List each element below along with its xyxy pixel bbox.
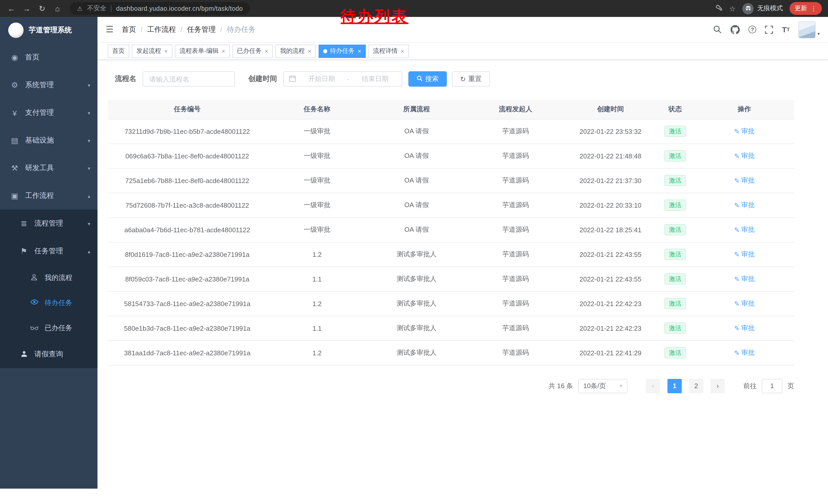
- close-icon[interactable]: ×: [401, 47, 404, 55]
- table-row: 58154733-7ac8-11ec-a9e2-a2380e71991a 1.2…: [108, 291, 794, 316]
- home-icon[interactable]: ⌂: [52, 0, 63, 17]
- cell-process: 测试多审批人: [367, 267, 466, 291]
- tabs-bar: 首页 发起流程 × 流程表单-编辑 × 已办任务 × 我的流程 ×: [97, 43, 828, 60]
- sidebar-item-leave-query[interactable]: 请假查询: [0, 340, 97, 368]
- hamburger-icon[interactable]: ☰: [106, 24, 114, 35]
- close-icon[interactable]: ×: [164, 47, 168, 55]
- reset-button[interactable]: ↻ 重置: [452, 71, 490, 87]
- dashboard-icon: ◉: [10, 53, 19, 62]
- sidebar-item-todo-task[interactable]: 待办任务: [0, 290, 97, 315]
- approve-link[interactable]: ✎审批: [734, 299, 755, 308]
- approve-link[interactable]: ✎审批: [734, 127, 755, 136]
- top-navbar: ☰ 首页 / 工作流程 / 任务管理 / 待办任务: [97, 17, 828, 43]
- sidebar-item-infrastructure[interactable]: ▤ 基础设施 ▾: [0, 127, 97, 154]
- sidebar-item-label: 首页: [25, 53, 40, 62]
- close-icon[interactable]: ×: [222, 47, 225, 55]
- sidebar-item-workflow[interactable]: ▣ 工作流程 ▴: [0, 182, 97, 210]
- fullscreen-icon[interactable]: [765, 26, 773, 34]
- prev-page-button[interactable]: ‹: [646, 379, 660, 393]
- approve-link[interactable]: ✎审批: [734, 348, 755, 357]
- approve-link[interactable]: ✎审批: [734, 200, 755, 210]
- table-row: 75d72608-7b7f-11ec-a3c8-acde48001122 一级审…: [108, 193, 794, 217]
- approve-link[interactable]: ✎审批: [734, 250, 755, 259]
- cell-status: 激活: [656, 267, 695, 291]
- menu-kebab-icon[interactable]: ⋮: [811, 5, 817, 12]
- close-icon[interactable]: ×: [308, 47, 312, 55]
- sidebar-item-home[interactable]: ◉ 首页: [0, 44, 97, 71]
- approve-link[interactable]: ✎审批: [734, 176, 755, 185]
- sidebar-item-my-process[interactable]: 我的流程: [0, 265, 97, 290]
- tab-label: 流程详情: [373, 47, 398, 55]
- reload-icon[interactable]: ↻: [37, 0, 47, 17]
- sidebar-item-payment[interactable]: ¥ 支付管理 ▾: [0, 99, 97, 127]
- font-size-icon[interactable]: TT: [782, 25, 790, 34]
- user-avatar[interactable]: ▾: [798, 21, 820, 38]
- address-bar[interactable]: ⚠ 不安全 dashboard.yudao.iocoder.cn/bpm/tas…: [70, 2, 250, 15]
- cell-task-id: 069c6a63-7b8a-11ec-8ef0-acde48001122: [108, 144, 267, 168]
- tab-process-form-edit[interactable]: 流程表单-编辑 ×: [175, 44, 230, 58]
- approve-link[interactable]: ✎审批: [734, 324, 755, 333]
- approve-label: 审批: [741, 176, 755, 185]
- next-page-button[interactable]: ›: [710, 379, 725, 393]
- cell-task-name: 1.2: [267, 291, 367, 316]
- pencil-icon: ✎: [734, 127, 740, 135]
- tab-home[interactable]: 首页: [108, 44, 129, 58]
- breadcrumb-item-workflow[interactable]: 工作流程: [147, 25, 176, 34]
- sidebar-item-task-mgmt[interactable]: ⚑ 任务管理 ▴: [0, 237, 97, 265]
- forward-icon[interactable]: →: [22, 0, 32, 17]
- chevron-down-icon: ▾: [88, 165, 90, 171]
- goto-label: 前往: [743, 381, 757, 391]
- process-name-input[interactable]: [142, 71, 235, 87]
- tab-process-detail[interactable]: 流程详情 ×: [368, 44, 409, 58]
- cell-action: ✎审批: [695, 316, 794, 340]
- breadcrumb-item-home[interactable]: 首页: [122, 25, 136, 34]
- sidebar-item-label: 已办任务: [45, 323, 72, 332]
- list-icon: ≣: [19, 219, 28, 228]
- search-button[interactable]: 搜索: [408, 71, 447, 87]
- page-size-select[interactable]: 10条/页 ▾: [578, 379, 627, 393]
- cell-created: 2022-01-21 22:43:55: [565, 267, 656, 291]
- cell-process: 测试多审批人: [367, 291, 466, 316]
- calendar-icon: [289, 75, 296, 83]
- approve-link[interactable]: ✎审批: [734, 274, 755, 283]
- sidebar-item-devtools[interactable]: ⚒ 研发工具 ▾: [0, 154, 97, 182]
- bookmark-star-icon[interactable]: ☆: [729, 4, 736, 12]
- sidebar-item-process-mgmt[interactable]: ≣ 流程管理 ▾: [0, 210, 97, 237]
- close-icon[interactable]: ×: [265, 47, 268, 55]
- back-icon[interactable]: ←: [6, 0, 16, 17]
- chevron-down-icon: ▾: [88, 110, 90, 116]
- page-button-1[interactable]: 1: [667, 379, 682, 393]
- search-icon[interactable]: [713, 25, 722, 34]
- page-button-2[interactable]: 2: [689, 379, 703, 393]
- github-icon[interactable]: [731, 25, 740, 34]
- cell-task-name: 1.1: [267, 316, 367, 340]
- cell-task-id: 725a1eb6-7b88-11ec-8ef0-acde48001122: [108, 168, 267, 193]
- approve-link[interactable]: ✎审批: [734, 151, 755, 161]
- sidebar-item-label: 支付管理: [25, 108, 54, 118]
- date-range-picker[interactable]: 开始日期 - 结束日期: [283, 71, 402, 87]
- key-icon[interactable]: [715, 4, 722, 13]
- total-count: 共 16 条: [549, 381, 573, 391]
- logo-area[interactable]: 芋道管理系统: [0, 17, 97, 44]
- cell-process: OA 请假: [367, 217, 466, 242]
- breadcrumb-item-task-mgmt[interactable]: 任务管理: [187, 25, 216, 34]
- col-initiator: 流程发起人: [466, 100, 565, 119]
- tab-todo-task-active[interactable]: 待办任务 ×: [319, 44, 366, 58]
- pencil-icon: ✎: [734, 349, 740, 357]
- cell-status: 激活: [656, 291, 695, 316]
- sidebar-item-done-task[interactable]: 已办任务: [0, 315, 97, 340]
- cell-status: 激活: [656, 217, 695, 242]
- approve-label: 审批: [741, 200, 755, 210]
- close-icon[interactable]: ×: [358, 47, 361, 55]
- sidebar-item-system[interactable]: ⚙ 系统管理 ▾: [0, 71, 97, 99]
- url-text: dashboard.yudao.iocoder.cn/bpm/task/todo: [116, 5, 243, 12]
- approve-link[interactable]: ✎审批: [734, 225, 755, 234]
- cell-created: 2022-01-21 22:42:23: [565, 291, 656, 316]
- tab-done-task[interactable]: 已办任务 ×: [233, 44, 273, 58]
- tab-label: 流程表单-编辑: [179, 47, 218, 55]
- tab-start-process[interactable]: 发起流程 ×: [132, 44, 172, 58]
- goto-page-input[interactable]: [762, 379, 782, 393]
- update-button[interactable]: 更新 ⋮: [790, 2, 822, 15]
- tab-my-process[interactable]: 我的流程 ×: [276, 44, 316, 58]
- help-icon[interactable]: ?: [748, 26, 756, 33]
